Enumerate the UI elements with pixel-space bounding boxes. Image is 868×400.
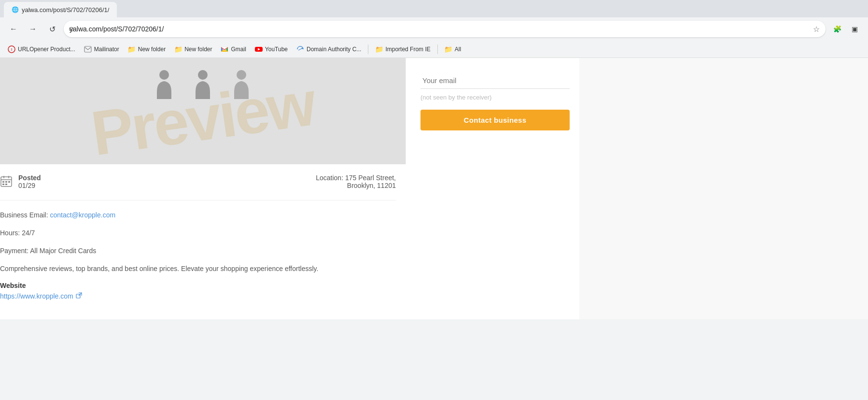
figure-icons xyxy=(152,68,253,101)
email-note: (not seen by the receiver) xyxy=(420,94,570,101)
bookmark-mailinator[interactable]: Mailinator xyxy=(80,43,123,55)
contact-sidebar: (not seen by the receiver) Contact busin… xyxy=(406,58,579,164)
youtube-icon xyxy=(255,45,263,53)
back-button[interactable]: ← xyxy=(6,21,21,37)
right-whitespace xyxy=(579,58,868,319)
folder-icon-1: 📁 xyxy=(128,45,136,53)
url-bar-container: ⊙ yalwa.com/post/S/702/70206/1/ ☆ xyxy=(64,21,826,37)
payment-label: Payment: xyxy=(0,247,28,255)
listing-image: Preview xyxy=(0,58,406,164)
contact-business-button[interactable]: Contact business xyxy=(420,110,570,130)
hours-row: Hours: 24/7 xyxy=(0,228,396,238)
mailinator-icon xyxy=(84,45,92,53)
image-row: Preview (not seen by the receiver) Conta… xyxy=(0,58,579,164)
hours-label: Hours: xyxy=(0,229,20,237)
calendar-icon xyxy=(0,175,13,190)
website-url-link[interactable]: https://www.kropple.com xyxy=(0,292,73,300)
bookmark-domain-authority[interactable]: Domain Authority C... xyxy=(293,43,365,55)
bookmark-all-label: All xyxy=(455,46,461,53)
bookmark-new-folder-2[interactable]: 📁 New folder xyxy=(170,43,216,55)
bookmark-youtube[interactable]: YouTube xyxy=(251,43,292,55)
bookmark-domain-authority-label: Domain Authority C... xyxy=(307,46,361,53)
svg-rect-14 xyxy=(2,181,4,183)
nav-bar: ← → ↺ ⊙ yalwa.com/post/S/702/70206/1/ ☆ … xyxy=(0,17,868,41)
business-email-row: Business Email: contact@kropple.com xyxy=(0,210,396,220)
bookmark-imported-from-ie[interactable]: 📁 Imported From IE xyxy=(371,43,434,55)
payment-value: All Major Credit Cards xyxy=(30,247,96,255)
svg-point-6 xyxy=(301,47,303,49)
site-info-icon[interactable]: ⊙ xyxy=(69,25,74,33)
website-url-row: https://www.kropple.com xyxy=(0,292,396,300)
main-column: Preview (not seen by the receiver) Conta… xyxy=(0,58,579,319)
bookmark-gmail[interactable]: Gmail xyxy=(217,43,250,55)
description-row: Comprehensive reviews, top brands, and b… xyxy=(0,264,396,274)
bookmark-star-icon[interactable]: ☆ xyxy=(813,25,820,34)
location-label: Location: xyxy=(316,174,343,182)
business-details: Business Email: contact@kropple.com Hour… xyxy=(0,210,396,300)
tab-title: yalwa.com/post/S/702/70206/1/ xyxy=(22,6,109,14)
website-label: Website xyxy=(0,282,396,289)
bookmark-new-folder-1[interactable]: 📁 New folder xyxy=(124,43,169,55)
posted-left: Posted 01/29 xyxy=(0,174,41,190)
bookmark-divider-2 xyxy=(437,44,438,54)
website-url-text: https://www.kropple.com xyxy=(0,292,73,300)
forward-button[interactable]: → xyxy=(25,21,41,37)
bookmarks-bar: ! URLOpener Product... Mailinator 📁 New … xyxy=(0,41,868,58)
reload-button[interactable]: ↺ xyxy=(44,21,60,37)
svg-rect-2 xyxy=(84,46,91,52)
active-tab[interactable]: 🌐 yalwa.com/post/S/702/70206/1/ xyxy=(4,2,117,17)
folder-icon-2: 📁 xyxy=(174,45,182,53)
posted-label: Posted xyxy=(18,174,41,182)
listing-details: Posted 01/29 Location: 175 Pearl Street,… xyxy=(0,164,406,319)
bookmark-gmail-label: Gmail xyxy=(231,46,246,53)
bookmark-all[interactable]: 📁 All xyxy=(441,43,465,55)
bookmark-new-folder-1-label: New folder xyxy=(138,46,166,53)
svg-point-7 xyxy=(159,70,169,80)
svg-rect-15 xyxy=(5,181,7,183)
bookmark-mailinator-label: Mailinator xyxy=(94,46,119,53)
bookmark-urlopener-label: URLOpener Product... xyxy=(18,46,75,53)
location-value: 175 Pearl Street,Brooklyn, 11201 xyxy=(345,174,396,189)
urlopener-icon: ! xyxy=(8,45,15,53)
domain-authority-icon xyxy=(296,45,304,53)
page-content: Preview (not seen by the receiver) Conta… xyxy=(0,58,868,319)
person-icon-1 xyxy=(152,68,176,101)
tab-bar: 🌐 yalwa.com/post/S/702/70206/1/ xyxy=(0,0,868,17)
business-email-label: Business Email: xyxy=(0,211,48,219)
posted-section: Posted 01/29 Location: 175 Pearl Street,… xyxy=(0,164,396,200)
location-info: Location: 175 Pearl Street,Brooklyn, 112… xyxy=(316,174,396,189)
hours-value: 24/7 xyxy=(22,229,35,237)
split-view-button[interactable]: ▣ xyxy=(847,21,862,37)
gmail-icon xyxy=(221,45,228,53)
svg-rect-18 xyxy=(5,184,7,185)
svg-text:!: ! xyxy=(11,47,13,52)
folder-all-icon: 📁 xyxy=(445,45,452,53)
nav-actions: 🧩 ▣ xyxy=(829,21,862,37)
external-link-icon xyxy=(76,292,82,300)
business-description: Comprehensive reviews, top brands, and b… xyxy=(0,265,318,272)
bookmark-urlopener[interactable]: ! URLOpener Product... xyxy=(4,43,79,55)
posted-date: 01/29 xyxy=(18,182,41,189)
bookmark-youtube-label: YouTube xyxy=(265,46,288,53)
email-input[interactable] xyxy=(420,72,570,89)
person-icon-2 xyxy=(191,68,215,101)
svg-rect-16 xyxy=(8,181,10,183)
svg-rect-17 xyxy=(2,184,4,185)
bookmark-divider xyxy=(368,44,368,54)
person-icon-3 xyxy=(229,68,253,101)
bookmark-new-folder-2-label: New folder xyxy=(184,46,212,53)
svg-point-9 xyxy=(237,70,246,80)
business-email-link[interactable]: contact@kropple.com xyxy=(50,211,115,219)
bookmark-imported-from-ie-label: Imported From IE xyxy=(385,46,430,53)
folder-icon-ie: 📁 xyxy=(375,45,383,53)
browser-chrome: 🌐 yalwa.com/post/S/702/70206/1/ ← → ↺ ⊙ … xyxy=(0,0,868,58)
payment-row: Payment: All Major Credit Cards xyxy=(0,246,396,256)
extensions-button[interactable]: 🧩 xyxy=(829,21,845,37)
url-text: yalwa.com/post/S/702/70206/1/ xyxy=(70,25,809,33)
svg-point-8 xyxy=(198,70,208,80)
